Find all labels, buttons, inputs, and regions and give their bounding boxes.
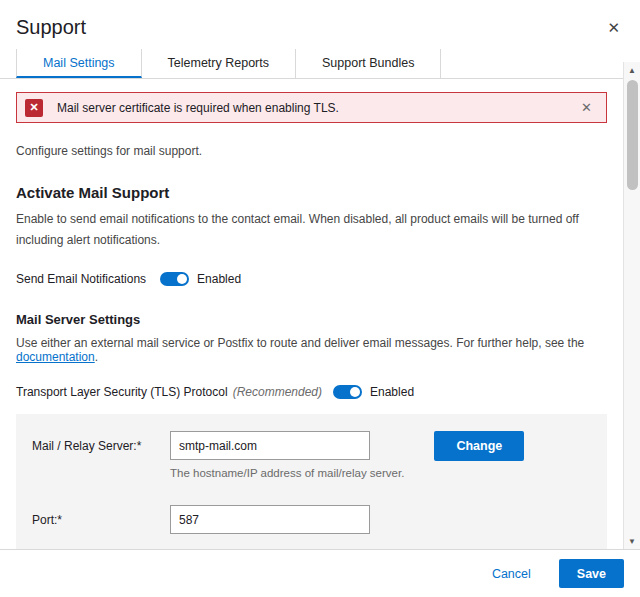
port-row: Port:* [32,505,591,534]
tab-telemetry-reports[interactable]: Telemetry Reports [142,49,296,78]
mail-relay-server-label: Mail / Relay Server:* [32,431,170,453]
port-input[interactable] [170,505,370,534]
tab-support-bundles[interactable]: Support Bundles [296,49,441,78]
documentation-link[interactable]: documentation [16,350,95,364]
mail-server-settings-heading: Mail Server Settings [16,312,607,327]
cancel-button[interactable]: Cancel [492,567,531,581]
toggle-knob [350,387,360,397]
send-email-notifications-toggle[interactable] [160,272,189,286]
dialog-body: Configure settings for mail support. Act… [0,144,640,597]
dialog-footer: Cancel Save [0,549,640,597]
support-dialog: Support ✕ Mail Settings Telemetry Report… [0,0,640,597]
send-email-notifications-label: Send Email Notifications [16,272,146,286]
change-button[interactable]: Change [434,431,524,461]
tls-protocol-toggle[interactable] [333,385,362,399]
mail-relay-server-input[interactable] [170,431,370,460]
send-email-notifications-row: Send Email Notifications Enabled [16,272,607,286]
description-text-before: Use either an external mail service or P… [16,336,584,350]
activate-mail-support-description: Enable to send email notifications to th… [16,209,594,251]
dialog-title: Support [16,16,86,39]
intro-text: Configure settings for mail support. [16,144,607,158]
activate-mail-support-heading: Activate Mail Support [16,184,607,201]
error-message: Mail server certificate is required when… [57,101,339,115]
tls-protocol-label: Transport Layer Security (TLS) Protocol [16,385,228,399]
dialog-header: Support ✕ [0,0,640,49]
send-email-notifications-state: Enabled [197,272,241,286]
scroll-down-icon[interactable]: ▼ [624,533,640,549]
mail-relay-server-help: The hostname/IP address of mail/relay se… [170,467,404,479]
vertical-scrollbar[interactable]: ▲ ▼ [623,62,640,549]
port-label: Port:* [32,505,170,527]
tab-mail-settings[interactable]: Mail Settings [16,49,142,78]
tls-protocol-row: Transport Layer Security (TLS) Protocol … [16,385,607,399]
mail-relay-server-row: Mail / Relay Server:* The hostname/IP ad… [32,431,591,479]
tab-bar: Mail Settings Telemetry Reports Support … [0,49,623,79]
error-icon: ✕ [25,99,43,117]
tls-recommended-note: (Recommended) [233,385,322,399]
close-icon[interactable]: ✕ [603,16,624,39]
scrollbar-thumb[interactable] [627,80,638,190]
description-text-after: . [95,350,98,364]
error-dismiss-icon[interactable]: ✕ [577,98,596,117]
mail-server-settings-description: Use either an external mail service or P… [16,336,607,364]
scroll-up-icon[interactable]: ▲ [624,62,640,78]
toggle-knob [177,274,187,284]
error-banner: ✕ Mail server certificate is required wh… [16,92,607,123]
save-button[interactable]: Save [559,559,624,588]
tls-protocol-state: Enabled [370,385,414,399]
